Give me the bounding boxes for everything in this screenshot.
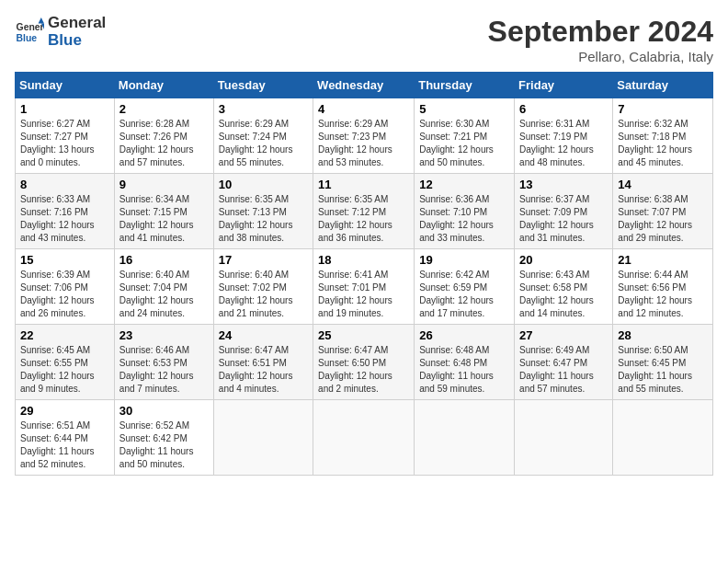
table-row: 27Sunrise: 6:49 AM Sunset: 6:47 PM Dayli… bbox=[515, 325, 613, 400]
week-row-0: 1Sunrise: 6:27 AM Sunset: 7:27 PM Daylig… bbox=[16, 98, 713, 174]
table-row: 24Sunrise: 6:47 AM Sunset: 6:51 PM Dayli… bbox=[213, 325, 313, 400]
header-thursday: Thursday bbox=[415, 73, 515, 98]
svg-marker-2 bbox=[39, 17, 44, 23]
table-row bbox=[213, 400, 313, 476]
table-row: 15Sunrise: 6:39 AM Sunset: 7:06 PM Dayli… bbox=[16, 249, 115, 325]
table-row: 1Sunrise: 6:27 AM Sunset: 7:27 PM Daylig… bbox=[16, 98, 115, 174]
table-row: 3Sunrise: 6:29 AM Sunset: 7:24 PM Daylig… bbox=[213, 98, 313, 174]
calendar-table: Sunday Monday Tuesday Wednesday Thursday… bbox=[15, 72, 713, 476]
table-row: 4Sunrise: 6:29 AM Sunset: 7:23 PM Daylig… bbox=[313, 98, 415, 174]
month-title: September 2024 bbox=[488, 15, 713, 49]
table-row: 29Sunrise: 6:51 AM Sunset: 6:44 PM Dayli… bbox=[16, 400, 115, 476]
header-tuesday: Tuesday bbox=[213, 73, 313, 98]
svg-text:Blue: Blue bbox=[17, 32, 38, 42]
table-row: 21Sunrise: 6:44 AM Sunset: 6:56 PM Dayli… bbox=[613, 249, 713, 325]
calendar-header-row: Sunday Monday Tuesday Wednesday Thursday… bbox=[16, 73, 713, 98]
table-row bbox=[313, 400, 415, 476]
header-friday: Friday bbox=[515, 73, 613, 98]
header-sunday: Sunday bbox=[16, 73, 115, 98]
table-row: 7Sunrise: 6:32 AM Sunset: 7:18 PM Daylig… bbox=[613, 98, 713, 174]
table-row: 5Sunrise: 6:30 AM Sunset: 7:21 PM Daylig… bbox=[415, 98, 515, 174]
location-subtitle: Pellaro, Calabria, Italy bbox=[488, 49, 713, 64]
table-row: 16Sunrise: 6:40 AM Sunset: 7:04 PM Dayli… bbox=[114, 249, 213, 325]
table-row: 11Sunrise: 6:35 AM Sunset: 7:12 PM Dayli… bbox=[313, 174, 415, 249]
table-row: 23Sunrise: 6:46 AM Sunset: 6:53 PM Dayli… bbox=[114, 325, 213, 400]
table-row: 20Sunrise: 6:43 AM Sunset: 6:58 PM Dayli… bbox=[515, 249, 613, 325]
week-row-1: 8Sunrise: 6:33 AM Sunset: 7:16 PM Daylig… bbox=[16, 174, 713, 249]
table-row: 28Sunrise: 6:50 AM Sunset: 6:45 PM Dayli… bbox=[613, 325, 713, 400]
header-wednesday: Wednesday bbox=[313, 73, 415, 98]
logo-line1: General bbox=[48, 15, 106, 32]
table-row bbox=[515, 400, 613, 476]
table-row bbox=[415, 400, 515, 476]
table-row: 26Sunrise: 6:48 AM Sunset: 6:48 PM Dayli… bbox=[415, 325, 515, 400]
table-row: 12Sunrise: 6:36 AM Sunset: 7:10 PM Dayli… bbox=[415, 174, 515, 249]
table-row: 30Sunrise: 6:52 AM Sunset: 6:42 PM Dayli… bbox=[114, 400, 213, 476]
table-row: 9Sunrise: 6:34 AM Sunset: 7:15 PM Daylig… bbox=[114, 174, 213, 249]
table-row: 10Sunrise: 6:35 AM Sunset: 7:13 PM Dayli… bbox=[213, 174, 313, 249]
logo-icon: General Blue bbox=[15, 17, 44, 47]
table-row: 22Sunrise: 6:45 AM Sunset: 6:55 PM Dayli… bbox=[16, 325, 115, 400]
header-monday: Monday bbox=[114, 73, 213, 98]
table-row: 2Sunrise: 6:28 AM Sunset: 7:26 PM Daylig… bbox=[114, 98, 213, 174]
table-row: 17Sunrise: 6:40 AM Sunset: 7:02 PM Dayli… bbox=[213, 249, 313, 325]
header-saturday: Saturday bbox=[613, 73, 713, 98]
page-header: General Blue General Blue September 2024… bbox=[15, 15, 713, 64]
week-row-3: 22Sunrise: 6:45 AM Sunset: 6:55 PM Dayli… bbox=[16, 325, 713, 400]
week-row-4: 29Sunrise: 6:51 AM Sunset: 6:44 PM Dayli… bbox=[16, 400, 713, 476]
table-row: 8Sunrise: 6:33 AM Sunset: 7:16 PM Daylig… bbox=[16, 174, 115, 249]
svg-text:General: General bbox=[17, 22, 44, 32]
table-row: 18Sunrise: 6:41 AM Sunset: 7:01 PM Dayli… bbox=[313, 249, 415, 325]
table-row: 14Sunrise: 6:38 AM Sunset: 7:07 PM Dayli… bbox=[613, 174, 713, 249]
logo-line2: Blue bbox=[48, 32, 106, 50]
table-row bbox=[613, 400, 713, 476]
logo: General Blue General Blue bbox=[15, 15, 106, 49]
table-row: 6Sunrise: 6:31 AM Sunset: 7:19 PM Daylig… bbox=[515, 98, 613, 174]
title-block: September 2024 Pellaro, Calabria, Italy bbox=[488, 15, 713, 64]
week-row-2: 15Sunrise: 6:39 AM Sunset: 7:06 PM Dayli… bbox=[16, 249, 713, 325]
table-row: 25Sunrise: 6:47 AM Sunset: 6:50 PM Dayli… bbox=[313, 325, 415, 400]
table-row: 19Sunrise: 6:42 AM Sunset: 6:59 PM Dayli… bbox=[415, 249, 515, 325]
table-row: 13Sunrise: 6:37 AM Sunset: 7:09 PM Dayli… bbox=[515, 174, 613, 249]
